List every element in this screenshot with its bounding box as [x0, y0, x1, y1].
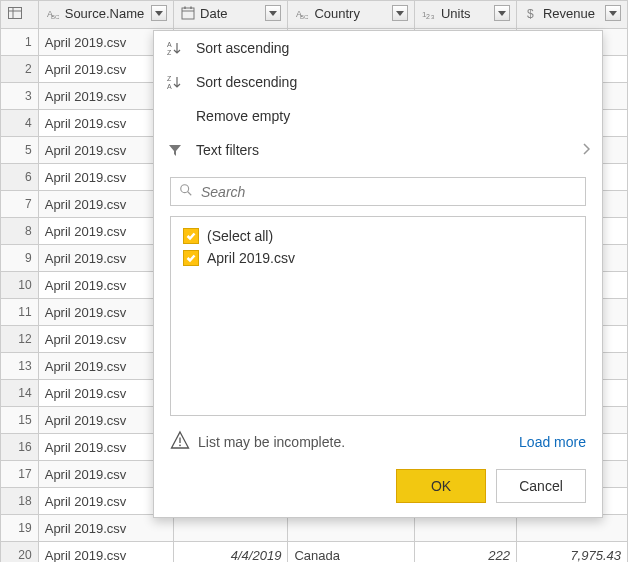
table-icon-header[interactable]: [1, 1, 39, 29]
number-type-icon: 123: [421, 5, 437, 21]
table-row[interactable]: 19April 2019.csv: [1, 515, 628, 542]
chevron-right-icon: [582, 142, 590, 158]
row-number[interactable]: 15: [1, 407, 39, 434]
svg-rect-6: [182, 8, 194, 19]
remove-empty-label: Remove empty: [196, 108, 590, 124]
text-type-icon: ABC: [45, 5, 61, 21]
svg-point-24: [179, 444, 181, 446]
row-number[interactable]: 2: [1, 56, 39, 83]
cell-date[interactable]: 4/4/2019: [174, 542, 288, 563]
row-number[interactable]: 10: [1, 272, 39, 299]
svg-text:2: 2: [426, 13, 430, 20]
sort-asc-label: Sort ascending: [196, 40, 590, 56]
table-row[interactable]: 20April 2019.csv4/4/2019Canada2227,975.4…: [1, 542, 628, 563]
filter-toggle-revenue[interactable]: [605, 5, 621, 21]
sort-descending-item[interactable]: ZA Sort descending: [154, 65, 602, 99]
row-number[interactable]: 14: [1, 380, 39, 407]
text-type-icon: ABC: [294, 5, 310, 21]
cell-units[interactable]: 222: [414, 542, 516, 563]
sort-desc-icon: ZA: [166, 73, 184, 91]
row-number[interactable]: 12: [1, 326, 39, 353]
cell-country[interactable]: Canada: [288, 542, 415, 563]
filter-values-list: (Select all) April 2019.csv: [170, 216, 586, 416]
row-number[interactable]: 4: [1, 110, 39, 137]
svg-text:$: $: [527, 7, 534, 21]
text-filters-item[interactable]: Text filters: [154, 133, 602, 167]
col-header-units[interactable]: 123 Units: [414, 1, 516, 29]
svg-text:Z: Z: [167, 75, 172, 82]
col-header-label: Units: [441, 6, 490, 21]
cell-source[interactable]: April 2019.csv: [38, 515, 173, 542]
filter-toggle-source[interactable]: [151, 5, 167, 21]
row-number[interactable]: 8: [1, 218, 39, 245]
funnel-icon: [166, 141, 184, 159]
row-number[interactable]: 9: [1, 245, 39, 272]
col-header-label: Country: [314, 6, 388, 21]
svg-text:A: A: [167, 83, 172, 90]
row-number[interactable]: 11: [1, 299, 39, 326]
svg-point-21: [181, 185, 189, 193]
filter-search-input[interactable]: [201, 184, 577, 200]
svg-text:3: 3: [431, 14, 435, 20]
col-header-label: Source.Name: [65, 6, 147, 21]
filter-toggle-country[interactable]: [392, 5, 408, 21]
svg-text:C: C: [304, 14, 309, 20]
row-number[interactable]: 1: [1, 29, 39, 56]
col-header-source[interactable]: ABC Source.Name: [38, 1, 173, 29]
row-number[interactable]: 5: [1, 137, 39, 164]
sort-asc-icon: AZ: [166, 39, 184, 57]
text-filters-label: Text filters: [196, 142, 570, 158]
search-icon: [179, 183, 193, 200]
currency-type-icon: $: [523, 5, 539, 21]
cell-date[interactable]: [174, 515, 288, 542]
row-number[interactable]: 16: [1, 434, 39, 461]
checkbox-icon: [183, 250, 199, 266]
row-number[interactable]: 17: [1, 461, 39, 488]
sort-desc-label: Sort descending: [196, 74, 590, 90]
cell-source[interactable]: April 2019.csv: [38, 542, 173, 563]
row-number[interactable]: 3: [1, 83, 39, 110]
cell-revenue[interactable]: [516, 515, 627, 542]
cell-country[interactable]: [288, 515, 415, 542]
svg-rect-0: [9, 8, 22, 19]
svg-text:A: A: [167, 41, 172, 48]
row-number[interactable]: 13: [1, 353, 39, 380]
select-all-row[interactable]: (Select all): [181, 225, 575, 247]
col-header-country[interactable]: ABC Country: [288, 1, 415, 29]
column-filter-dropdown: AZ Sort ascending ZA Sort descending Rem…: [153, 30, 603, 518]
select-all-label: (Select all): [207, 228, 273, 244]
checkbox-icon: [183, 228, 199, 244]
date-type-icon: [180, 5, 196, 21]
col-header-label: Date: [200, 6, 261, 21]
svg-text:C: C: [55, 14, 60, 20]
cell-units[interactable]: [414, 515, 516, 542]
ok-button[interactable]: OK: [396, 469, 486, 503]
row-number[interactable]: 18: [1, 488, 39, 515]
filter-value-row[interactable]: April 2019.csv: [181, 247, 575, 269]
load-more-link[interactable]: Load more: [519, 434, 586, 450]
row-number[interactable]: 19: [1, 515, 39, 542]
cell-revenue[interactable]: 7,975.43: [516, 542, 627, 563]
filter-search[interactable]: [170, 177, 586, 206]
incomplete-message: List may be incomplete.: [198, 434, 345, 450]
svg-text:Z: Z: [167, 49, 172, 56]
svg-line-22: [188, 192, 192, 196]
empty-icon: [166, 107, 184, 125]
filter-value-label: April 2019.csv: [207, 250, 295, 266]
sort-ascending-item[interactable]: AZ Sort ascending: [154, 31, 602, 65]
filter-toggle-units[interactable]: [494, 5, 510, 21]
col-header-revenue[interactable]: $ Revenue: [516, 1, 627, 29]
row-number[interactable]: 7: [1, 191, 39, 218]
filter-toggle-date[interactable]: [265, 5, 281, 21]
cancel-button[interactable]: Cancel: [496, 469, 586, 503]
col-header-date[interactable]: Date: [174, 1, 288, 29]
row-number[interactable]: 20: [1, 542, 39, 563]
warning-icon: [170, 430, 190, 453]
col-header-label: Revenue: [543, 6, 601, 21]
row-number[interactable]: 6: [1, 164, 39, 191]
remove-empty-item[interactable]: Remove empty: [154, 99, 602, 133]
